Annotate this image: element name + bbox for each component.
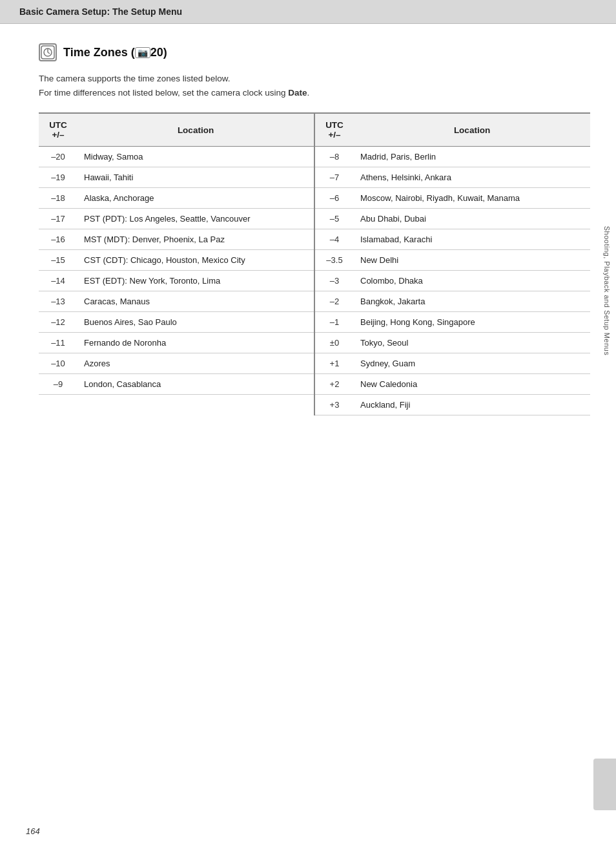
time-zones-tables: UTC+/– Location –20Midway, Samoa–19Hawai…: [39, 112, 590, 415]
location-cell: Madrid, Paris, Berlin: [354, 147, 590, 167]
utc-cell: –13: [39, 291, 77, 312]
table-row: –12Buenos Aires, Sao Paulo: [39, 312, 314, 333]
table-row: –1Beijing, Hong Kong, Singapore: [315, 312, 590, 333]
location-cell: Abu Dhabi, Dubai: [354, 209, 590, 229]
main-content: Time Zones (📷20) The camera supports the…: [13, 24, 616, 441]
table-row: –9London, Casablanca: [39, 374, 314, 395]
table-row: –19Hawaii, Tahiti: [39, 167, 314, 188]
utc-cell: –12: [39, 312, 77, 333]
location-cell: Hawaii, Tahiti: [77, 167, 314, 188]
utc-cell: –2: [315, 291, 354, 312]
utc-cell: –4: [315, 229, 354, 250]
utc-cell: –15: [39, 250, 77, 271]
table-row: –17PST (PDT): Los Angeles, Seattle, Vanc…: [39, 209, 314, 229]
utc-cell: –1: [315, 312, 354, 333]
utc-cell: –10: [39, 353, 77, 374]
location-cell: New Delhi: [354, 250, 590, 271]
location-cell: CST (CDT): Chicago, Houston, Mexico City: [77, 250, 314, 271]
utc-cell: –20: [39, 147, 77, 167]
sidebar-label: Shooting, Playback and Setup Menus: [603, 226, 611, 355]
utc-cell: –18: [39, 188, 77, 209]
table-row: –8Madrid, Paris, Berlin: [315, 147, 590, 167]
location-cell: New Caledonia: [354, 374, 590, 395]
table-row: +1Sydney, Guam: [315, 353, 590, 374]
page-number: 164: [26, 826, 40, 836]
table-row: –10Azores: [39, 353, 314, 374]
utc-cell: +2: [315, 374, 354, 395]
table-row: –3Colombo, Dhaka: [315, 271, 590, 291]
location-cell: Sydney, Guam: [354, 353, 590, 374]
location-cell: Caracas, Manaus: [77, 291, 314, 312]
table-row: –4Islamabad, Karachi: [315, 229, 590, 250]
utc-cell: +3: [315, 395, 354, 415]
table-left: UTC+/– Location –20Midway, Samoa–19Hawai…: [39, 114, 315, 415]
location-cell: Azores: [77, 353, 314, 374]
right-utc-header: UTC+/–: [315, 114, 354, 147]
intro-line1: The camera supports the time zones liste…: [39, 72, 590, 86]
page-tab: [593, 759, 616, 810]
intro-paragraph: The camera supports the time zones liste…: [39, 72, 590, 100]
table-row: ±0Tokyo, Seoul: [315, 333, 590, 353]
intro-line2: For time differences not listed below, s…: [39, 86, 590, 100]
page-header: Basic Camera Setup: The Setup Menu: [0, 0, 616, 24]
location-cell: Colombo, Dhaka: [354, 271, 590, 291]
table-row: –11Fernando de Noronha: [39, 333, 314, 353]
section-title-row: Time Zones (📷20): [39, 43, 590, 61]
utc-cell: –14: [39, 271, 77, 291]
utc-cell: –16: [39, 229, 77, 250]
utc-cell: –5: [315, 209, 354, 229]
location-cell: Moscow, Nairobi, Riyadh, Kuwait, Manama: [354, 188, 590, 209]
location-cell: Athens, Helsinki, Ankara: [354, 167, 590, 188]
table-row: –14EST (EDT): New York, Toronto, Lima: [39, 271, 314, 291]
table-row: +2New Caledonia: [315, 374, 590, 395]
left-location-header: Location: [77, 114, 314, 147]
sidebar: Shooting, Playback and Setup Menus: [598, 129, 616, 452]
table-row: –2Bangkok, Jakarta: [315, 291, 590, 312]
table-row: +3Auckland, Fiji: [315, 395, 590, 415]
location-cell: Auckland, Fiji: [354, 395, 590, 415]
location-cell: Tokyo, Seoul: [354, 333, 590, 353]
table-row: –7Athens, Helsinki, Ankara: [315, 167, 590, 188]
location-cell: Alaska, Anchorage: [77, 188, 314, 209]
table-row: –15CST (CDT): Chicago, Houston, Mexico C…: [39, 250, 314, 271]
table-row: –18Alaska, Anchorage: [39, 188, 314, 209]
table-row: –16MST (MDT): Denver, Phoenix, La Paz: [39, 229, 314, 250]
section-heading: Time Zones (📷20): [63, 46, 167, 59]
utc-cell: +1: [315, 353, 354, 374]
section-icon: [39, 43, 57, 61]
location-cell: Islamabad, Karachi: [354, 229, 590, 250]
left-utc-header: UTC+/–: [39, 114, 77, 147]
table-row: –3.5New Delhi: [315, 250, 590, 271]
utc-cell: –11: [39, 333, 77, 353]
utc-cell: –8: [315, 147, 354, 167]
table-right: UTC+/– Location –8Madrid, Paris, Berlin–…: [315, 114, 590, 415]
location-cell: Beijing, Hong Kong, Singapore: [354, 312, 590, 333]
location-cell: London, Casablanca: [77, 374, 314, 395]
header-title: Basic Camera Setup: The Setup Menu: [19, 6, 182, 17]
location-cell: Bangkok, Jakarta: [354, 291, 590, 312]
utc-cell: –3: [315, 271, 354, 291]
utc-cell: –7: [315, 167, 354, 188]
location-cell: MST (MDT): Denver, Phoenix, La Paz: [77, 229, 314, 250]
table-row: –5Abu Dhabi, Dubai: [315, 209, 590, 229]
utc-cell: –19: [39, 167, 77, 188]
location-cell: Fernando de Noronha: [77, 333, 314, 353]
utc-cell: –6: [315, 188, 354, 209]
utc-cell: –3.5: [315, 250, 354, 271]
utc-cell: –17: [39, 209, 77, 229]
location-cell: PST (PDT): Los Angeles, Seattle, Vancouv…: [77, 209, 314, 229]
table-row: –13Caracas, Manaus: [39, 291, 314, 312]
svg-line-3: [48, 52, 50, 54]
location-cell: EST (EDT): New York, Toronto, Lima: [77, 271, 314, 291]
utc-cell: –9: [39, 374, 77, 395]
table-row: –20Midway, Samoa: [39, 147, 314, 167]
location-cell: Midway, Samoa: [77, 147, 314, 167]
table-row: –6Moscow, Nairobi, Riyadh, Kuwait, Manam…: [315, 188, 590, 209]
right-location-header: Location: [354, 114, 590, 147]
utc-cell: ±0: [315, 333, 354, 353]
location-cell: Buenos Aires, Sao Paulo: [77, 312, 314, 333]
